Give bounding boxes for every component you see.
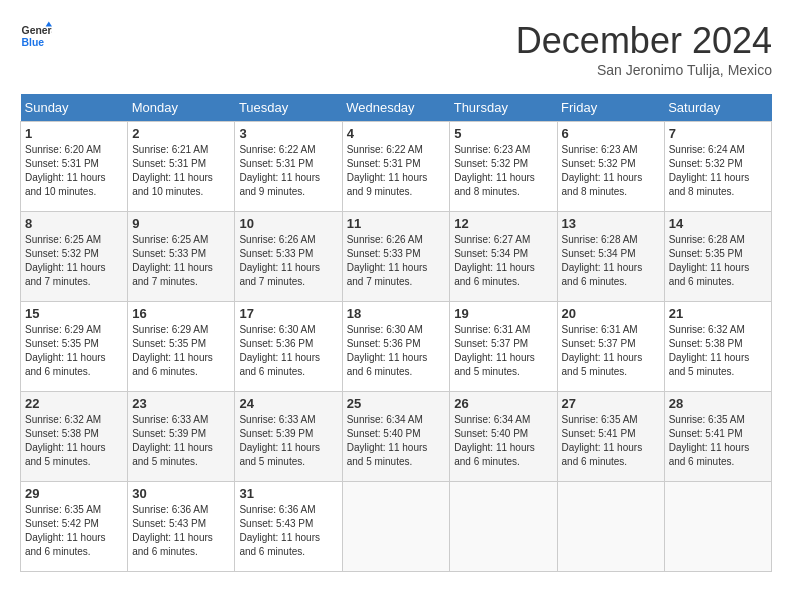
day-number: 14 bbox=[669, 216, 767, 231]
svg-marker-2 bbox=[46, 22, 52, 27]
calendar-day-cell: 19 Sunrise: 6:31 AM Sunset: 5:37 PM Dayl… bbox=[450, 302, 557, 392]
day-number: 20 bbox=[562, 306, 660, 321]
day-number: 25 bbox=[347, 396, 446, 411]
col-header-friday: Friday bbox=[557, 94, 664, 122]
calendar-header-row: SundayMondayTuesdayWednesdayThursdayFrid… bbox=[21, 94, 772, 122]
day-info: Sunrise: 6:25 AM Sunset: 5:32 PM Dayligh… bbox=[25, 233, 123, 289]
calendar-day-cell: 23 Sunrise: 6:33 AM Sunset: 5:39 PM Dayl… bbox=[128, 392, 235, 482]
calendar-day-cell: 10 Sunrise: 6:26 AM Sunset: 5:33 PM Dayl… bbox=[235, 212, 342, 302]
day-info: Sunrise: 6:36 AM Sunset: 5:43 PM Dayligh… bbox=[132, 503, 230, 559]
day-info: Sunrise: 6:26 AM Sunset: 5:33 PM Dayligh… bbox=[239, 233, 337, 289]
calendar-day-cell: 20 Sunrise: 6:31 AM Sunset: 5:37 PM Dayl… bbox=[557, 302, 664, 392]
day-info: Sunrise: 6:31 AM Sunset: 5:37 PM Dayligh… bbox=[454, 323, 552, 379]
calendar-day-cell bbox=[342, 482, 450, 572]
day-number: 2 bbox=[132, 126, 230, 141]
day-number: 23 bbox=[132, 396, 230, 411]
calendar-week-row: 15 Sunrise: 6:29 AM Sunset: 5:35 PM Dayl… bbox=[21, 302, 772, 392]
day-info: Sunrise: 6:30 AM Sunset: 5:36 PM Dayligh… bbox=[239, 323, 337, 379]
calendar-day-cell: 9 Sunrise: 6:25 AM Sunset: 5:33 PM Dayli… bbox=[128, 212, 235, 302]
calendar-day-cell: 29 Sunrise: 6:35 AM Sunset: 5:42 PM Dayl… bbox=[21, 482, 128, 572]
calendar-day-cell: 3 Sunrise: 6:22 AM Sunset: 5:31 PM Dayli… bbox=[235, 122, 342, 212]
day-info: Sunrise: 6:33 AM Sunset: 5:39 PM Dayligh… bbox=[239, 413, 337, 469]
day-info: Sunrise: 6:27 AM Sunset: 5:34 PM Dayligh… bbox=[454, 233, 552, 289]
calendar-day-cell: 25 Sunrise: 6:34 AM Sunset: 5:40 PM Dayl… bbox=[342, 392, 450, 482]
col-header-tuesday: Tuesday bbox=[235, 94, 342, 122]
day-number: 12 bbox=[454, 216, 552, 231]
day-number: 6 bbox=[562, 126, 660, 141]
day-number: 18 bbox=[347, 306, 446, 321]
calendar-day-cell: 28 Sunrise: 6:35 AM Sunset: 5:41 PM Dayl… bbox=[664, 392, 771, 482]
day-info: Sunrise: 6:34 AM Sunset: 5:40 PM Dayligh… bbox=[454, 413, 552, 469]
day-number: 31 bbox=[239, 486, 337, 501]
calendar-day-cell: 27 Sunrise: 6:35 AM Sunset: 5:41 PM Dayl… bbox=[557, 392, 664, 482]
calendar-day-cell: 17 Sunrise: 6:30 AM Sunset: 5:36 PM Dayl… bbox=[235, 302, 342, 392]
calendar-day-cell: 31 Sunrise: 6:36 AM Sunset: 5:43 PM Dayl… bbox=[235, 482, 342, 572]
logo: General Blue bbox=[20, 20, 52, 52]
day-number: 10 bbox=[239, 216, 337, 231]
calendar-day-cell: 7 Sunrise: 6:24 AM Sunset: 5:32 PM Dayli… bbox=[664, 122, 771, 212]
day-number: 13 bbox=[562, 216, 660, 231]
day-info: Sunrise: 6:35 AM Sunset: 5:41 PM Dayligh… bbox=[669, 413, 767, 469]
svg-text:Blue: Blue bbox=[22, 37, 45, 48]
day-info: Sunrise: 6:33 AM Sunset: 5:39 PM Dayligh… bbox=[132, 413, 230, 469]
calendar-day-cell: 11 Sunrise: 6:26 AM Sunset: 5:33 PM Dayl… bbox=[342, 212, 450, 302]
col-header-wednesday: Wednesday bbox=[342, 94, 450, 122]
month-title: December 2024 bbox=[516, 20, 772, 62]
calendar-day-cell bbox=[664, 482, 771, 572]
day-number: 16 bbox=[132, 306, 230, 321]
day-info: Sunrise: 6:23 AM Sunset: 5:32 PM Dayligh… bbox=[562, 143, 660, 199]
calendar-table: SundayMondayTuesdayWednesdayThursdayFrid… bbox=[20, 94, 772, 572]
calendar-week-row: 8 Sunrise: 6:25 AM Sunset: 5:32 PM Dayli… bbox=[21, 212, 772, 302]
day-info: Sunrise: 6:29 AM Sunset: 5:35 PM Dayligh… bbox=[132, 323, 230, 379]
day-number: 17 bbox=[239, 306, 337, 321]
day-number: 1 bbox=[25, 126, 123, 141]
day-info: Sunrise: 6:25 AM Sunset: 5:33 PM Dayligh… bbox=[132, 233, 230, 289]
day-info: Sunrise: 6:34 AM Sunset: 5:40 PM Dayligh… bbox=[347, 413, 446, 469]
calendar-day-cell: 30 Sunrise: 6:36 AM Sunset: 5:43 PM Dayl… bbox=[128, 482, 235, 572]
col-header-thursday: Thursday bbox=[450, 94, 557, 122]
day-info: Sunrise: 6:35 AM Sunset: 5:41 PM Dayligh… bbox=[562, 413, 660, 469]
calendar-week-row: 22 Sunrise: 6:32 AM Sunset: 5:38 PM Dayl… bbox=[21, 392, 772, 482]
calendar-week-row: 29 Sunrise: 6:35 AM Sunset: 5:42 PM Dayl… bbox=[21, 482, 772, 572]
calendar-day-cell: 5 Sunrise: 6:23 AM Sunset: 5:32 PM Dayli… bbox=[450, 122, 557, 212]
day-info: Sunrise: 6:36 AM Sunset: 5:43 PM Dayligh… bbox=[239, 503, 337, 559]
day-number: 4 bbox=[347, 126, 446, 141]
calendar-day-cell: 13 Sunrise: 6:28 AM Sunset: 5:34 PM Dayl… bbox=[557, 212, 664, 302]
calendar-day-cell bbox=[450, 482, 557, 572]
day-info: Sunrise: 6:20 AM Sunset: 5:31 PM Dayligh… bbox=[25, 143, 123, 199]
day-number: 21 bbox=[669, 306, 767, 321]
day-number: 29 bbox=[25, 486, 123, 501]
day-info: Sunrise: 6:21 AM Sunset: 5:31 PM Dayligh… bbox=[132, 143, 230, 199]
day-info: Sunrise: 6:22 AM Sunset: 5:31 PM Dayligh… bbox=[347, 143, 446, 199]
page-header: General Blue December 2024 San Jeronimo … bbox=[20, 20, 772, 78]
calendar-day-cell: 15 Sunrise: 6:29 AM Sunset: 5:35 PM Dayl… bbox=[21, 302, 128, 392]
day-info: Sunrise: 6:22 AM Sunset: 5:31 PM Dayligh… bbox=[239, 143, 337, 199]
day-info: Sunrise: 6:24 AM Sunset: 5:32 PM Dayligh… bbox=[669, 143, 767, 199]
day-info: Sunrise: 6:29 AM Sunset: 5:35 PM Dayligh… bbox=[25, 323, 123, 379]
calendar-day-cell: 6 Sunrise: 6:23 AM Sunset: 5:32 PM Dayli… bbox=[557, 122, 664, 212]
calendar-day-cell: 21 Sunrise: 6:32 AM Sunset: 5:38 PM Dayl… bbox=[664, 302, 771, 392]
day-info: Sunrise: 6:26 AM Sunset: 5:33 PM Dayligh… bbox=[347, 233, 446, 289]
logo-icon: General Blue bbox=[20, 20, 52, 52]
location-subtitle: San Jeronimo Tulija, Mexico bbox=[516, 62, 772, 78]
day-info: Sunrise: 6:28 AM Sunset: 5:35 PM Dayligh… bbox=[669, 233, 767, 289]
calendar-day-cell: 26 Sunrise: 6:34 AM Sunset: 5:40 PM Dayl… bbox=[450, 392, 557, 482]
title-block: December 2024 San Jeronimo Tulija, Mexic… bbox=[516, 20, 772, 78]
calendar-day-cell: 24 Sunrise: 6:33 AM Sunset: 5:39 PM Dayl… bbox=[235, 392, 342, 482]
calendar-day-cell: 14 Sunrise: 6:28 AM Sunset: 5:35 PM Dayl… bbox=[664, 212, 771, 302]
day-number: 11 bbox=[347, 216, 446, 231]
calendar-day-cell: 22 Sunrise: 6:32 AM Sunset: 5:38 PM Dayl… bbox=[21, 392, 128, 482]
day-number: 15 bbox=[25, 306, 123, 321]
calendar-day-cell: 8 Sunrise: 6:25 AM Sunset: 5:32 PM Dayli… bbox=[21, 212, 128, 302]
day-number: 7 bbox=[669, 126, 767, 141]
day-number: 26 bbox=[454, 396, 552, 411]
day-info: Sunrise: 6:30 AM Sunset: 5:36 PM Dayligh… bbox=[347, 323, 446, 379]
day-info: Sunrise: 6:23 AM Sunset: 5:32 PM Dayligh… bbox=[454, 143, 552, 199]
day-number: 3 bbox=[239, 126, 337, 141]
col-header-saturday: Saturday bbox=[664, 94, 771, 122]
day-info: Sunrise: 6:32 AM Sunset: 5:38 PM Dayligh… bbox=[669, 323, 767, 379]
day-number: 27 bbox=[562, 396, 660, 411]
calendar-day-cell: 1 Sunrise: 6:20 AM Sunset: 5:31 PM Dayli… bbox=[21, 122, 128, 212]
calendar-day-cell: 12 Sunrise: 6:27 AM Sunset: 5:34 PM Dayl… bbox=[450, 212, 557, 302]
day-info: Sunrise: 6:31 AM Sunset: 5:37 PM Dayligh… bbox=[562, 323, 660, 379]
